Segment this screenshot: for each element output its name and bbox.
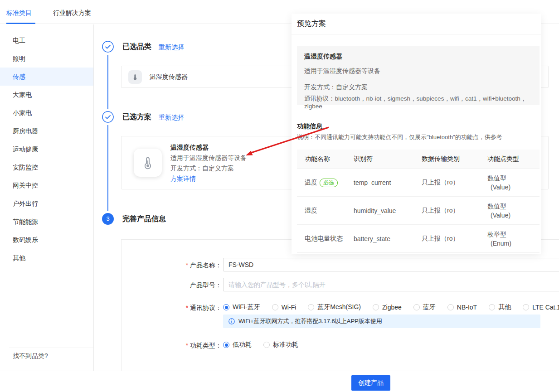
thermometer-icon xyxy=(128,70,142,84)
protocol-option-label: 蓝牙Mesh(SIG) xyxy=(317,303,361,311)
reselect-category-link[interactable]: 重新选择 xyxy=(159,44,184,52)
active-tab-underline xyxy=(6,23,35,24)
reselect-solution-link[interactable]: 重新选择 xyxy=(159,114,184,122)
function-type-line2: (Enum) xyxy=(487,239,540,248)
function-code-cell: battery_state xyxy=(354,235,422,242)
function-type-line2: (Value) xyxy=(487,183,540,192)
function-table-row: 湿度humidity_value只上报（ro）数值型(Value) xyxy=(297,197,540,225)
function-type-cell: 数值型(Value) xyxy=(487,174,540,192)
sidebar-item[interactable]: 厨房电器 xyxy=(0,122,93,140)
sidebar-item[interactable]: 传感 xyxy=(0,68,93,86)
tab-industry-solution[interactable]: 行业解决方案 xyxy=(53,9,91,17)
sidebar-item[interactable]: 大家电 xyxy=(0,86,93,104)
function-transfer-cell: 只上报（ro） xyxy=(422,235,487,243)
function-name-cell: 电池电量状态 xyxy=(297,234,354,243)
protocol-option[interactable]: WiFi-蓝牙 xyxy=(223,303,260,311)
sidebar-item[interactable]: 安防监控 xyxy=(0,158,93,176)
col-header-name: 功能名称 xyxy=(297,155,354,163)
sidebar-item[interactable]: 数码娱乐 xyxy=(0,231,93,249)
power-radio-group: 低功耗标准功耗 xyxy=(223,338,298,352)
sidebar-item[interactable]: 网关中控 xyxy=(0,176,93,194)
cannot-find-category-link[interactable]: 找不到品类? xyxy=(13,352,48,360)
protocol-option-label: Zigbee xyxy=(382,304,402,311)
radio-icon xyxy=(489,304,495,310)
radio-icon xyxy=(308,304,314,310)
preview-title: 预览方案 xyxy=(297,19,326,29)
tab-standard-category[interactable]: 标准类目 xyxy=(6,9,32,17)
step-connector xyxy=(107,125,108,211)
step1-check-icon xyxy=(102,41,114,53)
sidebar-item[interactable]: 节能能源 xyxy=(0,213,93,231)
function-name-cell: 温度必选 xyxy=(297,178,354,187)
step2-check-icon xyxy=(102,111,114,123)
solution-name: 温湿度传感器 xyxy=(170,142,247,153)
thermometer-icon xyxy=(134,149,162,177)
function-transfer-cell: 只上报（ro） xyxy=(422,179,487,187)
protocol-option-label: WiFi-蓝牙 xyxy=(233,303,260,311)
sidebar-item[interactable]: 运动健康 xyxy=(0,140,93,158)
create-product-button[interactable]: 创建产品 xyxy=(351,375,390,391)
protocol-option[interactable]: NB-IoT xyxy=(447,304,477,311)
product-name-label: 产品名称： xyxy=(122,261,222,270)
sidebar-item[interactable]: 户外出行 xyxy=(0,194,93,213)
radio-icon xyxy=(373,304,379,310)
product-model-input[interactable] xyxy=(223,278,559,291)
function-type-cell: 数值型(Value) xyxy=(487,202,540,220)
power-option[interactable]: 低功耗 xyxy=(223,341,252,349)
step-connector xyxy=(107,55,108,109)
category-sidebar: 电工照明传感大家电小家电厨房电器运动健康安防监控网关中控户外出行节能能源数码娱乐… xyxy=(0,24,94,371)
function-type-line1: 数值型 xyxy=(487,174,540,183)
footer-bar xyxy=(0,371,559,392)
required-badge: 必选 xyxy=(320,179,338,187)
radio-icon xyxy=(223,342,229,348)
preview-summary-card: 温湿度传感器 适用于温湿度传感器等设备 开发方式：自定义方案 通讯协议：blue… xyxy=(297,46,540,105)
protocol-option[interactable]: 其他 xyxy=(489,303,511,311)
power-option[interactable]: 标准功耗 xyxy=(263,341,298,349)
radio-icon xyxy=(447,304,454,310)
function-table-row: 电池电量状态battery_state只上报（ro）枚举型(Enum) xyxy=(297,225,540,253)
protocol-radio-group: WiFi-蓝牙Wi-Fi蓝牙Mesh(SIG)Zigbee蓝牙NB-IoT其他L… xyxy=(223,300,559,314)
radio-icon xyxy=(272,304,278,310)
function-table: 功能名称 识别符 数据传输类别 功能点类型 温度必选temp_current只上… xyxy=(297,150,540,253)
preview-panel: 预览方案 温湿度传感器 适用于温湿度传感器等设备 开发方式：自定义方案 通讯协议… xyxy=(292,14,541,254)
col-header-transfer: 数据传输类别 xyxy=(422,155,487,163)
solution-dev-mode: 开发方式：自定义方案 xyxy=(170,163,247,174)
solution-detail-link[interactable]: 方案详情 xyxy=(170,174,247,184)
protocol-option[interactable]: LTE Cat.1 xyxy=(523,304,559,311)
function-info-note: 说明：不同通讯能力可能支持功能点不同，仅展示"bluetooth"的功能点，供参… xyxy=(297,133,502,141)
protocol-hint: WiFi+蓝牙联网方式，推荐搭配3.17.6以上APP版本使用 xyxy=(223,315,540,328)
function-type-line1: 数值型 xyxy=(487,202,540,211)
protocol-option-label: 蓝牙 xyxy=(423,303,436,311)
sidebar-item[interactable]: 照明 xyxy=(0,49,93,68)
function-info-title: 功能信息 xyxy=(297,122,322,131)
protocol-option-label: NB-IoT xyxy=(457,304,477,311)
protocol-option[interactable]: Zigbee xyxy=(373,304,402,311)
sidebar-divider xyxy=(9,348,93,348)
preview-divider xyxy=(292,34,541,34)
solution-desc: 适用于温湿度传感器等设备 xyxy=(170,153,247,163)
step2-title: 已选方案 xyxy=(122,112,151,122)
power-option-label: 标准功耗 xyxy=(273,341,298,349)
step3-title: 完善产品信息 xyxy=(122,214,166,224)
protocol-hint-text: WiFi+蓝牙联网方式，推荐搭配3.17.6以上APP版本使用 xyxy=(238,317,382,325)
sidebar-item[interactable]: 其他 xyxy=(0,249,93,267)
radio-icon xyxy=(263,342,270,348)
product-info-form: 产品名称： 产品型号： 通讯协议： WiFi-蓝牙Wi-Fi蓝牙Mesh(SIG… xyxy=(121,239,559,371)
power-option-label: 低功耗 xyxy=(233,341,252,349)
protocol-option[interactable]: 蓝牙 xyxy=(413,303,436,311)
protocol-option[interactable]: 蓝牙Mesh(SIG) xyxy=(308,303,361,311)
sidebar-item[interactable]: 小家电 xyxy=(0,104,93,122)
col-header-type: 功能点类型 xyxy=(487,155,540,163)
product-name-input[interactable] xyxy=(223,258,559,271)
col-header-code: 识别符 xyxy=(354,155,422,163)
power-type-label: 功耗类型： xyxy=(122,342,222,350)
sidebar-item[interactable]: 电工 xyxy=(0,31,93,49)
function-table-row: 温度必选temp_current只上报（ro）数值型(Value) xyxy=(297,169,540,197)
protocol-option-label: LTE Cat.1 xyxy=(532,304,559,311)
product-model-label: 产品型号： xyxy=(122,281,222,290)
protocol-label: 通讯协议： xyxy=(122,304,222,312)
preview-solution-desc: 适用于温湿度传感器等设备 xyxy=(304,67,532,75)
step3-number-badge: 3 xyxy=(102,213,114,225)
function-type-cell: 枚举型(Enum) xyxy=(487,230,540,248)
protocol-option[interactable]: Wi-Fi xyxy=(272,304,297,311)
